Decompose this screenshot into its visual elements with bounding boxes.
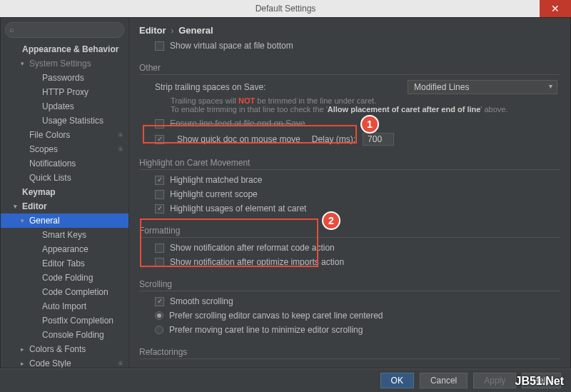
arrow-icon: ▸	[21, 343, 28, 355]
sidebar-item[interactable]: ▾System Settings	[1, 56, 128, 71]
brace-row[interactable]: Highlight matched brace	[139, 173, 560, 187]
help-button[interactable]: Help	[522, 373, 561, 388]
apply-button[interactable]: Apply	[473, 373, 516, 388]
sidebar-item[interactable]: Editor Tabs	[1, 256, 128, 271]
usages-row[interactable]: Highlight usages of element at caret	[139, 201, 560, 216]
sidebar-item-label: Editor Tabs	[42, 258, 85, 269]
checkbox-icon[interactable]	[155, 41, 164, 51]
scope-label: Highlight current scope	[170, 189, 258, 199]
sidebar-item[interactable]: Appearance & Behavior	[1, 42, 128, 56]
smooth-label: Smooth scrolling	[170, 296, 233, 306]
search-wrap: ⌕	[1, 18, 128, 42]
settings-panel: Show virtual space at file bottom Other …	[129, 39, 570, 368]
sidebar-item-label: Auto Import	[42, 301, 86, 312]
sidebar-item[interactable]: ▾General	[1, 213, 128, 228]
sidebar-item-label: Passwords	[42, 72, 84, 84]
sidebar-item[interactable]: Notifications	[1, 156, 128, 171]
sidebar-item-label: Appearance & Behavior	[22, 44, 118, 55]
gear-icon: ⛯	[117, 358, 124, 368]
sidebar-item[interactable]: Appearance	[1, 242, 128, 256]
ensure-lf-label: Ensure line feed at file end on Save	[170, 119, 305, 129]
content-pane: Editor › General Show virtual space at f…	[129, 18, 570, 368]
window-title: Default Settings	[256, 4, 316, 14]
sidebar-item[interactable]: Updates	[1, 99, 128, 114]
cancel-button[interactable]: Cancel	[420, 373, 468, 388]
quickdoc-row[interactable]: Show quick doc on mouse move Delay (ms):	[139, 131, 560, 148]
smooth-row[interactable]: Smooth scrolling	[139, 294, 560, 308]
scroll-r1-label: Prefer scrolling editor canvas to keep c…	[169, 311, 383, 321]
sidebar-item[interactable]: File Colors⛯	[1, 128, 128, 142]
search-input[interactable]	[5, 22, 124, 38]
sidebar-item[interactable]: Usage Statistics	[1, 114, 128, 128]
sidebar-item[interactable]: Passwords	[1, 71, 128, 85]
reformat-row[interactable]: Show notification after reformat code ac…	[139, 241, 560, 255]
radio-icon[interactable]	[155, 326, 163, 334]
checkbox-icon[interactable]	[155, 258, 164, 267]
scrolling-header: Scrolling	[139, 279, 560, 291]
scroll-r1-row[interactable]: Prefer scrolling editor canvas to keep c…	[139, 308, 560, 323]
sidebar-item-label: System Settings	[29, 58, 91, 69]
sidebar-item-label: Postfix Completion	[42, 315, 113, 326]
checkbox-icon[interactable]	[155, 204, 164, 213]
sidebar-item[interactable]: Code Completion	[1, 285, 128, 299]
arrow-icon: ▸	[21, 358, 28, 368]
breadcrumb-sep: ›	[168, 25, 176, 36]
strip-dropdown[interactable]: Modified Lines	[408, 80, 557, 94]
checkbox-icon[interactable]	[155, 190, 164, 199]
sidebar-item[interactable]: Smart Keys	[1, 228, 128, 242]
other-header: Other	[139, 63, 560, 75]
checkbox-icon[interactable]	[155, 135, 164, 144]
ensure-lf-row[interactable]: Ensure line feed at file end on Save	[139, 116, 560, 131]
delay-input[interactable]	[363, 133, 394, 146]
sidebar-item-label: Updates	[42, 101, 74, 112]
settings-tree[interactable]: Appearance & Behavior▾System SettingsPas…	[1, 42, 128, 368]
sidebar-item-label: Quick Lists	[29, 172, 71, 184]
virtual-space-label: Show virtual space at file bottom	[170, 41, 293, 51]
reformat-label: Show notification after reformat code ac…	[170, 243, 335, 253]
sidebar-item-label: Code Folding	[42, 272, 93, 283]
strip-label: Strip trailing spaces on Save:	[155, 82, 266, 92]
gear-icon: ⛯	[117, 144, 124, 155]
checkbox-icon[interactable]	[155, 176, 164, 185]
sidebar-item-label: General	[29, 215, 60, 226]
titlebar: Default Settings ✕	[0, 0, 571, 17]
sidebar-item-label: Smart Keys	[42, 229, 86, 241]
delay-label: Delay (ms):	[312, 134, 355, 144]
sidebar-item[interactable]: ▾Editor	[1, 199, 128, 213]
strip-hint2: To enable trimming in that line too chec…	[139, 105, 560, 114]
virtual-space-row[interactable]: Show virtual space at file bottom	[139, 39, 560, 53]
sidebar-item[interactable]: Keymap	[1, 185, 128, 199]
close-button[interactable]: ✕	[540, 0, 571, 17]
sidebar-item[interactable]: Scopes⛯	[1, 142, 128, 156]
highlight-header: Highlight on Caret Movement	[139, 158, 560, 170]
checkbox-icon[interactable]	[155, 297, 164, 306]
scroll-r2-row[interactable]: Prefer moving caret line to minimize edi…	[139, 323, 560, 337]
sidebar-item-label: File Colors	[29, 129, 70, 141]
optimize-label: Show notification after optimize imports…	[170, 257, 344, 267]
breadcrumb: Editor › General	[129, 18, 570, 39]
sidebar-item[interactable]: ▸Colors & Fonts	[1, 342, 128, 356]
sidebar-item-label: HTTP Proxy	[42, 86, 89, 98]
sidebar-item[interactable]: Auto Import	[1, 299, 128, 313]
checkbox-icon[interactable]	[155, 243, 164, 253]
sidebar-item[interactable]: HTTP Proxy	[1, 85, 128, 99]
strip-value: Modified Lines	[414, 82, 469, 92]
sidebar-item[interactable]: Quick Lists	[1, 171, 128, 185]
gear-icon: ⛯	[117, 129, 124, 141]
scope-row[interactable]: Highlight current scope	[139, 187, 560, 201]
sidebar-item[interactable]: Postfix Completion	[1, 313, 128, 328]
radio-icon[interactable]	[155, 311, 163, 320]
sidebar-item-label: Colors & Fonts	[29, 343, 86, 355]
refactorings-header: Refactorings	[139, 347, 560, 359]
strip-row: Strip trailing spaces on Save: Modified …	[139, 78, 560, 96]
sidebar-item-label: Appearance	[42, 243, 89, 255]
sidebar-item[interactable]: ▸Code Style⛯	[1, 356, 128, 368]
sidebar-item-label: Editor	[22, 201, 47, 212]
optimize-row[interactable]: Show notification after optimize imports…	[139, 255, 560, 269]
sidebar-item[interactable]: Code Folding	[1, 271, 128, 285]
ok-button[interactable]: OK	[380, 373, 414, 388]
sidebar-item[interactable]: Console Folding	[1, 328, 128, 342]
sidebar-item-label: Scopes	[29, 144, 58, 155]
checkbox-icon[interactable]	[155, 119, 164, 129]
arrow-icon: ▾	[14, 201, 21, 212]
